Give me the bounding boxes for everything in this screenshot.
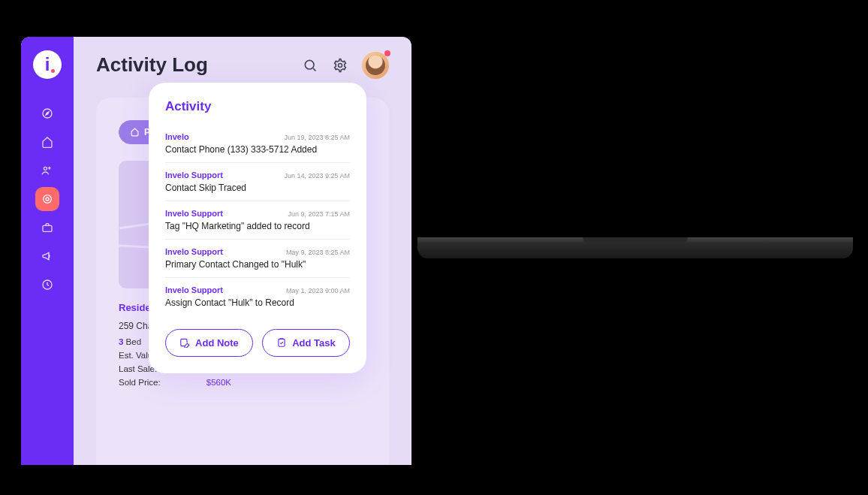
nav-contacts[interactable] — [35, 158, 59, 183]
activity-author: Invelo Support — [165, 171, 223, 180]
avatar-image — [366, 56, 385, 75]
nav-target[interactable] — [35, 187, 59, 211]
search-button[interactable] — [302, 57, 318, 74]
laptop-frame: i — [15, 31, 417, 465]
activity-time: May 1, 2023 9:00 AM — [286, 287, 350, 294]
user-avatar[interactable] — [362, 52, 389, 79]
add-note-button[interactable]: Add Note — [165, 329, 253, 357]
svg-point-2 — [44, 167, 47, 170]
activity-time: Jun 19, 2023 8:25 AM — [284, 134, 350, 141]
search-icon — [303, 58, 318, 73]
add-note-label: Add Note — [195, 337, 239, 349]
activity-body: Contact Skip Traced — [165, 183, 350, 193]
activity-author: Invelo — [165, 132, 189, 141]
activity-actions: Add Note Add Task — [165, 329, 350, 357]
compass-icon — [41, 107, 53, 119]
nav-home[interactable] — [35, 130, 59, 154]
svg-marker-1 — [46, 112, 49, 115]
topbar-actions — [302, 52, 389, 79]
settings-button[interactable] — [332, 57, 348, 74]
page-title: Activity Log — [96, 53, 208, 77]
add-task-button[interactable]: Add Task — [262, 329, 350, 357]
users-icon — [41, 164, 53, 177]
bed-label: Bed — [123, 337, 141, 346]
megaphone-icon — [41, 250, 53, 262]
svg-rect-5 — [43, 225, 52, 231]
svg-point-8 — [338, 63, 342, 67]
activity-body: Contact Phone (133) 333-5712 Added — [165, 144, 350, 155]
svg-point-4 — [46, 198, 49, 201]
activity-row[interactable]: Invelo SupportMay 1, 2023 9:00 AMAssign … — [165, 278, 350, 315]
topbar: Activity Log — [96, 52, 389, 79]
activity-row[interactable]: Invelo SupportJun 9, 2023 7:15 AMTag "HQ… — [165, 201, 350, 240]
nav-megaphone[interactable] — [35, 244, 59, 268]
briefcase-icon — [41, 222, 53, 234]
activity-author: Invelo Support — [165, 209, 223, 218]
activity-body: Primary Contact Changed to "Hulk" — [165, 259, 350, 270]
activity-list: InveloJun 19, 2023 8:25 AMContact Phone … — [165, 125, 350, 315]
activity-title: Activity — [165, 99, 350, 114]
home-icon — [41, 136, 53, 148]
sold-price: $560K — [206, 378, 231, 387]
nav-compass[interactable] — [35, 101, 59, 125]
laptop-base — [417, 237, 853, 258]
activity-card: Activity InveloJun 19, 2023 8:25 AMConta… — [149, 83, 366, 373]
sidebar: i — [21, 37, 74, 465]
activity-body: Assign Contact "Hulk" to Record — [165, 297, 350, 308]
app-screen: i — [21, 37, 411, 465]
activity-author: Invelo Support — [165, 285, 223, 294]
svg-point-3 — [44, 195, 52, 203]
activity-row[interactable]: Invelo SupportJun 14, 2023 9:25 AMContac… — [165, 163, 350, 201]
activity-body: Tag "HQ Marketing" added to record — [165, 221, 350, 231]
main-area: Activity Log — [74, 37, 411, 465]
nav-clock[interactable] — [35, 273, 59, 297]
note-icon — [179, 337, 190, 348]
nav-list — [35, 101, 59, 297]
app-logo[interactable]: i — [33, 50, 62, 79]
clock-icon — [41, 279, 53, 291]
nav-briefcase[interactable] — [35, 216, 59, 240]
activity-time: Jun 14, 2023 9:25 AM — [284, 172, 350, 180]
svg-point-7 — [305, 60, 314, 69]
svg-rect-11 — [279, 339, 285, 346]
gear-icon — [333, 58, 348, 73]
activity-time: May 9, 2023 8:25 AM — [286, 249, 350, 256]
activity-time: Jun 9, 2023 7:15 AM — [288, 210, 350, 218]
sold-price-label: Sold Price: — [119, 378, 161, 387]
row-sold-price: Sold Price: $560K — [119, 378, 231, 387]
activity-author: Invelo Support — [165, 247, 223, 256]
house-icon — [130, 127, 140, 137]
activity-row[interactable]: InveloJun 19, 2023 8:25 AMContact Phone … — [165, 125, 350, 163]
task-icon — [276, 337, 287, 348]
add-task-label: Add Task — [292, 337, 336, 349]
target-icon — [41, 193, 53, 205]
content-panel: Property Contacts Marketing — [96, 98, 389, 465]
activity-row[interactable]: Invelo SupportMay 9, 2023 8:25 AMPrimary… — [165, 240, 350, 278]
